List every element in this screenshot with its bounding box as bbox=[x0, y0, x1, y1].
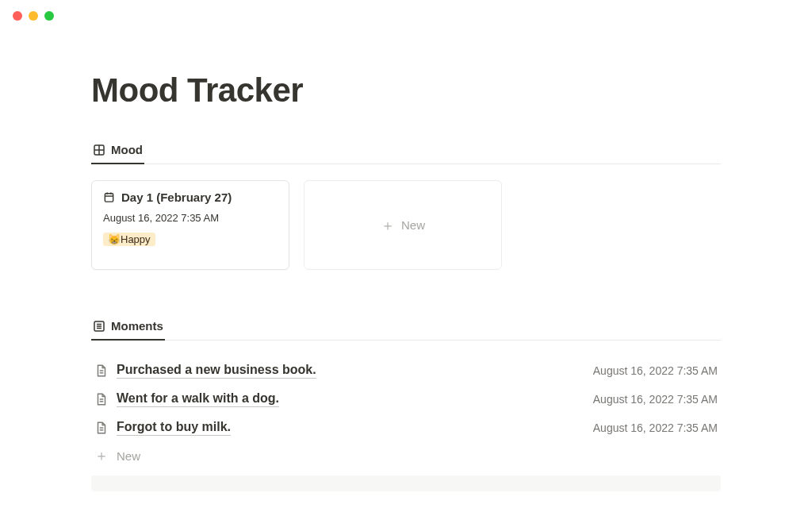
window-minimize-button[interactable] bbox=[29, 11, 38, 21]
tab-mood-label: Mood bbox=[111, 143, 143, 156]
moment-timestamp: August 16, 2022 7:35 AM bbox=[593, 393, 718, 406]
tab-moments-label: Moments bbox=[111, 319, 163, 333]
moment-timestamp: August 16, 2022 7:35 AM bbox=[593, 364, 718, 377]
new-moment-button[interactable]: ＋ New bbox=[91, 442, 721, 469]
tab-moments[interactable]: Moments bbox=[91, 314, 165, 341]
mood-tag: 😸Happy bbox=[103, 233, 155, 246]
mood-card-title: Day 1 (February 27) bbox=[121, 190, 232, 204]
list-view-icon bbox=[93, 320, 105, 333]
moment-timestamp: August 16, 2022 7:35 AM bbox=[593, 421, 718, 434]
page-title: Mood Tracker bbox=[91, 71, 721, 110]
moments-list: Purchased a new business book. August 16… bbox=[91, 356, 721, 469]
new-mood-label: New bbox=[401, 218, 425, 232]
page-icon bbox=[94, 364, 109, 378]
moment-title[interactable]: Went for a walk with a dog. bbox=[117, 391, 279, 407]
tab-mood[interactable]: Mood bbox=[91, 138, 144, 164]
plus-icon: ＋ bbox=[381, 218, 395, 233]
moment-title[interactable]: Purchased a new business book. bbox=[117, 363, 316, 379]
page-icon bbox=[94, 421, 109, 435]
divider bbox=[91, 340, 721, 341]
window-close-button[interactable] bbox=[13, 11, 22, 21]
mood-card[interactable]: Day 1 (February 27) August 16, 2022 7:35… bbox=[91, 180, 289, 270]
page-icon bbox=[94, 392, 109, 406]
new-moment-label: New bbox=[117, 449, 140, 463]
plus-icon: ＋ bbox=[94, 448, 109, 463]
mood-cards-row: Day 1 (February 27) August 16, 2022 7:35… bbox=[91, 180, 721, 270]
window-controls bbox=[0, 0, 812, 32]
svg-rect-3 bbox=[105, 194, 113, 202]
list-item[interactable]: Went for a walk with a dog. August 16, 2… bbox=[91, 385, 721, 414]
divider bbox=[91, 164, 721, 164]
calendar-icon bbox=[103, 191, 115, 203]
gallery-view-icon bbox=[93, 144, 105, 156]
window-maximize-button[interactable] bbox=[44, 11, 54, 21]
footer-placeholder bbox=[91, 475, 721, 491]
new-mood-card-button[interactable]: ＋ New bbox=[304, 180, 502, 270]
moment-title[interactable]: Forgot to buy milk. bbox=[117, 420, 231, 436]
list-item[interactable]: Forgot to buy milk. August 16, 2022 7:35… bbox=[91, 414, 721, 442]
list-item[interactable]: Purchased a new business book. August 16… bbox=[91, 356, 721, 385]
mood-card-timestamp: August 16, 2022 7:35 AM bbox=[103, 212, 278, 224]
